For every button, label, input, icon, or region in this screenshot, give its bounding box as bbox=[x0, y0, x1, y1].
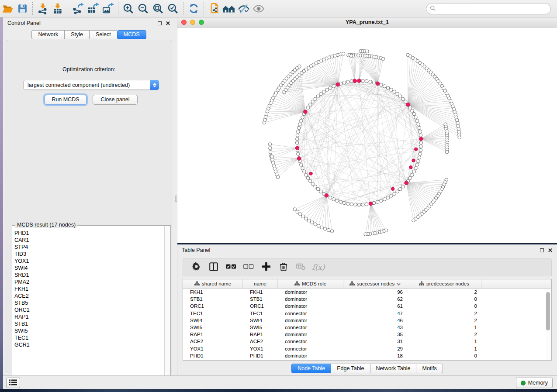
table-cell[interactable]: STB1 bbox=[183, 296, 243, 302]
import-network-button[interactable] bbox=[35, 2, 50, 16]
column-header-name[interactable]: name bbox=[243, 279, 278, 288]
table-cell[interactable]: 2 bbox=[407, 332, 481, 337]
table-cell[interactable]: TEC1 bbox=[243, 311, 278, 316]
deselect-all-columns-button[interactable] bbox=[240, 259, 257, 275]
zoom-selected-button[interactable] bbox=[166, 2, 180, 16]
table-cell[interactable]: 1 bbox=[407, 346, 481, 351]
table-cell[interactable]: 47 bbox=[343, 311, 407, 316]
save-session-button[interactable] bbox=[15, 2, 30, 16]
column-header-MCDS-role[interactable]: MCDS role bbox=[278, 279, 343, 288]
close-panel-icon[interactable]: ✕ bbox=[166, 21, 170, 25]
mcds-result-item[interactable]: ORC1 bbox=[14, 306, 162, 313]
sort-chevron-icon[interactable] bbox=[397, 281, 401, 286]
table-cell[interactable]: FKH1 bbox=[243, 289, 278, 295]
table-cell[interactable]: dominator bbox=[278, 318, 343, 323]
zoom-fit-button[interactable] bbox=[151, 2, 166, 16]
float-panel-icon[interactable] bbox=[540, 248, 544, 252]
mcds-result-item[interactable]: PHD1 bbox=[14, 230, 162, 237]
table-cell[interactable]: 46 bbox=[343, 318, 407, 323]
table-cell[interactable]: RAP1 bbox=[183, 332, 243, 337]
table-cell[interactable]: 35 bbox=[343, 332, 407, 337]
table-cell[interactable]: YOX1 bbox=[183, 346, 243, 351]
table-cell[interactable]: RAP1 bbox=[243, 332, 278, 337]
table-cell[interactable]: SWI4 bbox=[243, 318, 278, 323]
float-panel-icon[interactable] bbox=[158, 21, 162, 25]
table-settings-button[interactable] bbox=[187, 259, 205, 275]
scrollbar-thumb[interactable] bbox=[546, 292, 550, 330]
table-cell[interactable]: 1 bbox=[407, 339, 481, 344]
table-cell[interactable]: dominator bbox=[278, 296, 343, 302]
mcds-vertical-scrollbar[interactable] bbox=[164, 226, 170, 382]
network-window-titlebar[interactable]: YPA_prune.txt_1 bbox=[177, 17, 557, 28]
table-cell[interactable]: 96 bbox=[343, 289, 407, 295]
hide-graphics-button[interactable] bbox=[236, 2, 251, 16]
table-cell[interactable]: SWI5 bbox=[183, 325, 243, 330]
export-table-button[interactable] bbox=[86, 2, 100, 16]
table-cell[interactable]: STB1 bbox=[243, 296, 278, 302]
table-cell[interactable]: YOX1 bbox=[243, 346, 278, 351]
table-cell[interactable]: dominator bbox=[278, 353, 343, 358]
tab-node-table[interactable]: Node Table bbox=[291, 364, 331, 373]
table-cell[interactable]: connector bbox=[278, 346, 343, 351]
column-header-shared-name[interactable]: shared name bbox=[183, 279, 243, 288]
table-row[interactable]: TEC1TEC1connector472 bbox=[183, 310, 545, 317]
column-header-predecessor-nodes[interactable]: predecessor nodes bbox=[407, 279, 481, 288]
table-cell[interactable]: 61 bbox=[343, 303, 407, 309]
tab-mcds[interactable]: MCDS bbox=[117, 30, 146, 39]
optimization-criterion-select[interactable]: largest connected component (undirected) bbox=[23, 80, 159, 90]
table-cell[interactable]: dominator bbox=[278, 303, 343, 309]
table-cell[interactable]: PHD1 bbox=[243, 353, 278, 358]
mcds-result-item[interactable]: TEC1 bbox=[14, 334, 162, 341]
table-cell[interactable]: ACE2 bbox=[183, 339, 243, 344]
table-cell[interactable]: TEC1 bbox=[183, 311, 243, 316]
table-cell[interactable]: ACE2 bbox=[243, 339, 278, 344]
table-cell[interactable]: 43 bbox=[343, 325, 407, 330]
table-row[interactable]: FKH1FKH1dominator962 bbox=[183, 289, 545, 296]
refresh-button[interactable] bbox=[186, 2, 201, 16]
mcds-result-item[interactable]: YOX1 bbox=[14, 258, 162, 265]
mcds-result-item[interactable]: CAR1 bbox=[14, 237, 162, 244]
mcds-result-item[interactable]: FKH1 bbox=[14, 285, 162, 292]
mcds-result-item[interactable]: ACE2 bbox=[14, 292, 162, 299]
network-graph[interactable] bbox=[177, 28, 557, 243]
table-vertical-scrollbar[interactable] bbox=[545, 289, 551, 360]
mcds-result-item[interactable]: SWI5 bbox=[14, 327, 162, 334]
tab-style[interactable]: Style bbox=[64, 30, 89, 39]
table-cell[interactable]: SWI4 bbox=[183, 318, 243, 323]
run-mcds-button[interactable]: Run MCDS bbox=[45, 95, 86, 105]
mcds-result-item[interactable]: RAP1 bbox=[14, 313, 162, 320]
table-cell[interactable]: 62 bbox=[343, 296, 407, 302]
table-cell[interactable]: 1 bbox=[407, 325, 481, 330]
column-layout-button[interactable] bbox=[205, 259, 222, 275]
mcds-result-item[interactable]: TID3 bbox=[14, 251, 162, 258]
annotation-network-button[interactable] bbox=[207, 2, 221, 16]
mcds-result-item[interactable]: GCR1 bbox=[14, 341, 162, 348]
mcds-result-item[interactable]: PMA2 bbox=[14, 279, 162, 285]
tab-select[interactable]: Select bbox=[89, 30, 117, 39]
table-cell[interactable]: 2 bbox=[407, 318, 481, 323]
zoom-out-button[interactable] bbox=[136, 2, 151, 16]
mcds-result-item[interactable]: SRD1 bbox=[14, 272, 162, 279]
table-cell[interactable]: SWI5 bbox=[243, 325, 278, 330]
table-row[interactable]: ORC1ORC1dominator610 bbox=[183, 303, 545, 309]
zoom-in-button[interactable] bbox=[121, 2, 136, 16]
home-networks-button[interactable] bbox=[221, 2, 236, 16]
mcds-result-item[interactable]: STB1 bbox=[14, 320, 162, 327]
network-canvas[interactable] bbox=[177, 28, 557, 243]
table-cell[interactable]: dominator bbox=[278, 332, 343, 337]
task-history-button[interactable] bbox=[6, 378, 20, 388]
show-graphics-button[interactable] bbox=[251, 2, 266, 16]
tab-edge-table[interactable]: Edge Table bbox=[331, 364, 370, 373]
close-panel-icon[interactable]: ✕ bbox=[548, 248, 553, 252]
table-row[interactable]: SWI4SWI4dominator462 bbox=[183, 317, 545, 324]
mcds-result-item[interactable]: STB5 bbox=[14, 299, 162, 306]
tab-motifs[interactable]: Motifs bbox=[416, 364, 443, 373]
search-box[interactable] bbox=[426, 3, 551, 14]
table-cell[interactable]: dominator bbox=[278, 289, 343, 295]
tab-network[interactable]: Network bbox=[31, 30, 64, 39]
open-session-button[interactable] bbox=[0, 2, 15, 16]
table-cell[interactable]: 18 bbox=[343, 353, 407, 358]
tab-network-table[interactable]: Network Table bbox=[370, 364, 416, 373]
table-cell[interactable]: PHD1 bbox=[183, 353, 243, 358]
table-row[interactable]: PHD1PHD1dominator180 bbox=[183, 352, 545, 359]
